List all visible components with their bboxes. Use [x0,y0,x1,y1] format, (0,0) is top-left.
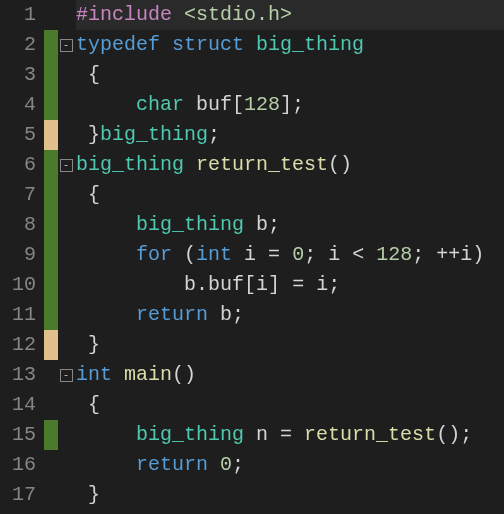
line-number: 12 [4,330,36,360]
fold-toggle [58,450,74,480]
code-line[interactable]: return b; [76,300,504,330]
line-number: 17 [4,480,36,510]
token-pn: [ [232,93,244,116]
fold-toggle [58,390,74,420]
token-num: 128 [376,243,412,266]
token-pn: ; [232,453,244,476]
code-line[interactable]: big_thing b; [76,210,504,240]
token-ty: big_thing [136,423,244,446]
token-pn: { [76,393,100,416]
line-number: 8 [4,210,36,240]
token-kw: int [196,243,232,266]
fold-toggle [58,300,74,330]
token-op: = [268,243,280,266]
fold-gutter: --- [58,0,74,514]
change-marker [44,180,58,210]
code-area[interactable]: #include <stdio.h>typedef struct big_thi… [74,0,504,514]
line-number: 13 [4,360,36,390]
fold-minus-icon[interactable]: - [60,39,73,52]
change-marker [44,210,58,240]
token-kw: struct [172,33,244,56]
change-marker [44,150,58,180]
token-id [424,243,436,266]
token-id: i [256,273,268,296]
code-line[interactable]: }big_thing; [76,120,504,150]
change-marker [44,30,58,60]
code-line[interactable]: #include <stdio.h> [76,0,504,30]
fold-toggle [58,480,74,510]
change-marker [44,90,58,120]
code-line[interactable]: big_thing return_test() [76,150,504,180]
token-pn: ; [208,123,220,146]
line-number: 16 [4,450,36,480]
token-op: = [292,273,304,296]
token-fn: return_test [304,423,436,446]
line-number-gutter: 1234567891011121314151617 [0,0,44,514]
fold-minus-icon[interactable]: - [60,159,73,172]
token-kw: typedef [76,33,160,56]
code-line[interactable]: { [76,60,504,90]
token-fn: main [124,363,172,386]
token-pn: } [76,483,100,506]
fold-toggle[interactable]: - [58,30,74,60]
code-line[interactable]: b.buf[i] = i; [76,270,504,300]
code-line[interactable]: for (int i = 0; i < 128; ++i) [76,240,504,270]
token-id: i [460,243,472,266]
token-id: b [208,303,232,326]
change-marker [44,360,58,390]
line-number: 1 [4,0,36,30]
change-marker [44,330,58,360]
token-id [292,423,304,446]
token-id [244,33,256,56]
code-line[interactable]: { [76,180,504,210]
change-marker [44,420,58,450]
fold-toggle[interactable]: - [58,360,74,390]
token-kw: return [136,303,208,326]
token-id: b [244,213,268,236]
token-num: 128 [244,93,280,116]
code-line[interactable]: } [76,330,504,360]
change-marker [44,450,58,480]
fold-toggle [58,0,74,30]
token-ty: big_thing [76,153,184,176]
fold-toggle[interactable]: - [58,150,74,180]
token-id [76,213,136,236]
token-pn: ; [412,243,424,266]
token-pn: } [76,123,100,146]
token-pn: [ [244,273,256,296]
code-line[interactable]: int main() [76,360,504,390]
fold-toggle [58,330,74,360]
token-pn: () [328,153,352,176]
code-line[interactable]: big_thing n = return_test(); [76,420,504,450]
token-pn: { [76,183,100,206]
line-number: 5 [4,120,36,150]
fold-toggle [58,270,74,300]
token-id: n [244,423,280,446]
code-line[interactable]: typedef struct big_thing [76,30,504,60]
code-line[interactable]: char buf[128]; [76,90,504,120]
fold-toggle [58,90,74,120]
token-ty: big_thing [100,123,208,146]
code-line[interactable]: return 0; [76,450,504,480]
token-pp: #include [76,3,184,26]
fold-toggle [58,180,74,210]
fold-toggle [58,60,74,90]
token-kw: for [136,243,172,266]
fold-minus-icon[interactable]: - [60,369,73,382]
token-id: i [232,243,268,266]
token-op: < [352,243,364,266]
token-pn: ) [472,243,484,266]
token-pn: () [172,363,196,386]
line-number: 4 [4,90,36,120]
line-number: 10 [4,270,36,300]
code-line[interactable]: } [76,480,504,510]
code-editor[interactable]: 1234567891011121314151617 --- #include <… [0,0,504,514]
code-line[interactable]: { [76,390,504,420]
change-marker-gutter [44,0,58,514]
token-id [76,93,136,116]
token-pn: ]; [280,93,304,116]
change-marker [44,300,58,330]
change-marker [44,270,58,300]
token-id [112,363,124,386]
line-number: 15 [4,420,36,450]
